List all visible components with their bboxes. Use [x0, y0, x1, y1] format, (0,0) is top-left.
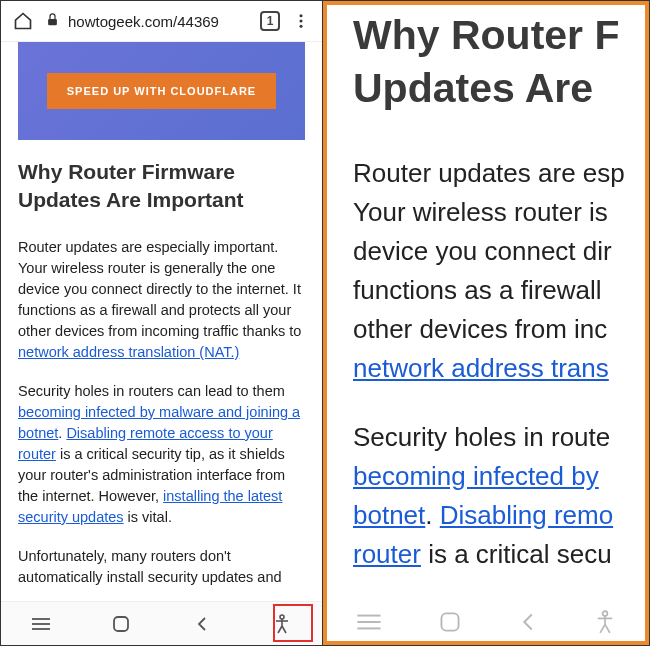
text: is vital.	[124, 509, 172, 525]
tabs-button[interactable]: 1	[260, 11, 280, 31]
text: functions as a firewall	[353, 271, 645, 310]
ad-banner: SPEED UP WITH CLOUDFLARE	[18, 42, 305, 140]
zoom-nav-bar	[327, 609, 645, 639]
svg-point-3	[300, 25, 303, 28]
back-button[interactable]	[182, 609, 222, 639]
text: is a critical secu	[421, 539, 612, 569]
article-heading: Why Router Firmware Updates Are Importan…	[18, 158, 305, 215]
svg-point-1	[300, 14, 303, 17]
cloudflare-cta-button[interactable]: SPEED UP WITH CLOUDFLARE	[47, 73, 276, 109]
zoom-recents-icon	[356, 613, 382, 635]
browser-toolbar: howtogeek.com/44369 1	[1, 1, 322, 42]
zoom-paragraph-1: Router updates are esp Your wireless rou…	[353, 154, 645, 388]
menu-icon[interactable]	[292, 12, 310, 30]
text: other devices from inc	[353, 310, 645, 349]
zoom-home-icon	[439, 611, 461, 637]
text: Why Router F	[353, 9, 645, 62]
svg-line-21	[605, 624, 610, 632]
nat-link[interactable]: network address translation (NAT.)	[18, 344, 239, 360]
svg-line-20	[600, 624, 605, 632]
home-icon[interactable]	[13, 11, 33, 31]
article-content: SPEED UP WITH CLOUDFLARE Why Router Firm…	[1, 42, 322, 601]
zoom-botnet-link-2[interactable]: botnet	[353, 500, 425, 530]
recents-button[interactable]	[21, 609, 61, 639]
android-nav-bar	[1, 601, 322, 645]
zoom-router-link[interactable]: router	[353, 539, 421, 569]
tab-count: 1	[267, 14, 274, 28]
phone-screen-normal: howtogeek.com/44369 1 SPEED UP WITH CLOU…	[1, 1, 323, 645]
svg-rect-16	[442, 613, 459, 630]
zoom-paragraph-2: Security holes in route becoming infecte…	[353, 418, 645, 574]
text: Security holes in routers can lead to th…	[18, 383, 285, 399]
url-text: howtogeek.com/44369	[68, 13, 219, 30]
zoom-back-icon	[519, 612, 537, 636]
zoom-heading: Why Router F Updates Are	[353, 9, 645, 116]
text: Security holes in route	[353, 418, 645, 457]
text: .	[425, 500, 439, 530]
svg-rect-7	[114, 617, 128, 631]
phone-screen-zoomed: Why Router F Updates Are Router updates …	[323, 1, 649, 645]
article-paragraph-2: Security holes in routers can lead to th…	[18, 381, 305, 528]
url-bar[interactable]: howtogeek.com/44369	[45, 12, 248, 30]
svg-rect-0	[48, 19, 57, 25]
article-paragraph-3: Unfortunately, many routers don't automa…	[18, 546, 305, 588]
zoom-accessibility-icon	[594, 610, 616, 638]
zoom-nat-link[interactable]: network address trans	[353, 353, 609, 383]
zoom-disable-link[interactable]: Disabling remo	[440, 500, 613, 530]
text: Your wireless router is	[353, 193, 645, 232]
home-button[interactable]	[101, 609, 141, 639]
accessibility-highlight	[273, 604, 313, 642]
svg-point-2	[300, 20, 303, 23]
svg-point-17	[603, 611, 608, 616]
text: device you connect dir	[353, 232, 645, 271]
text: Router updates are especially important.…	[18, 239, 301, 339]
text: Router updates are esp	[353, 154, 645, 193]
lock-icon	[45, 12, 60, 30]
text: Updates Are	[353, 62, 645, 115]
article-paragraph-1: Router updates are especially important.…	[18, 237, 305, 363]
zoom-botnet-link[interactable]: becoming infected by	[353, 461, 599, 491]
